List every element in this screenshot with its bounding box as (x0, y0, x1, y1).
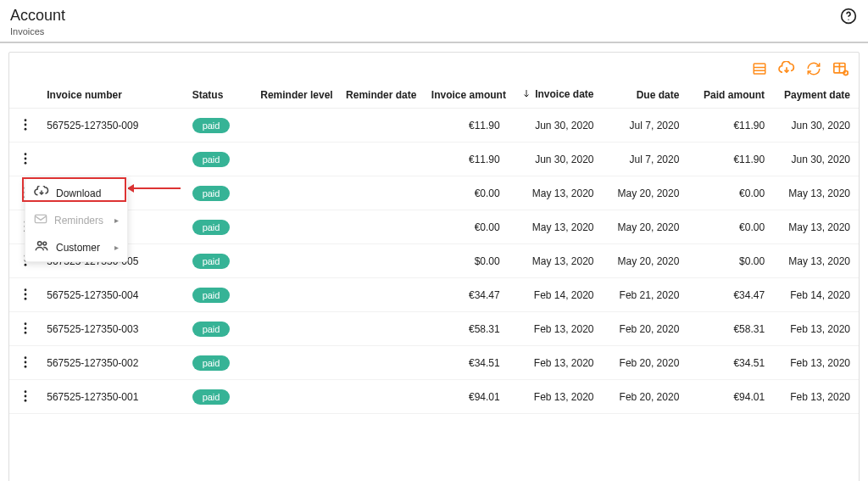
col-header-payment-date[interactable]: Payment date (773, 81, 859, 109)
cell-status: paid (184, 312, 253, 346)
toolbar (9, 53, 859, 81)
cell-invoice-date: May 13, 2020 (509, 244, 603, 278)
cell-invoice-amount: €11.90 (423, 109, 509, 143)
row-menu-icon[interactable] (18, 321, 33, 336)
page-title: Account (10, 7, 65, 25)
col-header-invoice-number[interactable]: Invoice number (38, 81, 183, 109)
svg-point-36 (25, 400, 27, 402)
svg-point-34 (25, 391, 27, 394)
status-badge: paid (192, 186, 231, 201)
ctx-item-customer[interactable]: Customer ▸ (25, 233, 127, 261)
row-menu-icon[interactable] (18, 151, 33, 166)
cell-invoice-number: 567525-127350-001 (38, 380, 183, 414)
cell-reminder-level (252, 380, 337, 414)
row-menu-icon[interactable] (18, 355, 33, 370)
svg-point-25 (25, 289, 27, 292)
breadcrumb: Invoices (10, 26, 65, 36)
cell-due-date: May 20, 2020 (603, 244, 688, 278)
ctx-item-label: Download (56, 187, 101, 199)
row-menu-icon[interactable] (18, 117, 33, 132)
cell-invoice-date: Jun 30, 2020 (509, 143, 603, 176)
table-row: paid€11.90Jun 30, 2020Jul 7, 2020€11.90J… (9, 143, 859, 176)
svg-rect-2 (754, 64, 765, 74)
cell-due-date: Feb 20, 2020 (603, 380, 688, 414)
cell-paid-amount: €0.00 (687, 210, 773, 244)
svg-point-30 (25, 332, 27, 334)
row-menu-icon[interactable] (18, 389, 33, 404)
cell-invoice-amount: €34.47 (423, 278, 509, 312)
mail-icon (34, 214, 47, 227)
help-icon[interactable] (839, 7, 858, 25)
chevron-right-icon: ▸ (114, 215, 119, 225)
cell-invoice-number: 567525-127350-004 (38, 278, 183, 312)
cell-reminder-date (337, 278, 423, 312)
status-badge: paid (192, 288, 231, 303)
ctx-item-reminders[interactable]: Reminders ▸ (25, 207, 127, 233)
cell-payment-date: Feb 13, 2020 (773, 380, 859, 414)
col-header-status[interactable]: Status (184, 81, 253, 109)
cell-reminder-level (252, 176, 337, 210)
cell-payment-date: Feb 13, 2020 (773, 346, 859, 380)
svg-point-31 (25, 357, 27, 360)
cell-paid-amount: €34.47 (687, 278, 773, 312)
cell-reminder-date (337, 244, 423, 278)
column-settings-icon[interactable] (832, 59, 850, 78)
status-badge: paid (192, 254, 231, 269)
ctx-item-label: Reminders (54, 215, 103, 227)
svg-point-24 (25, 264, 27, 266)
cell-invoice-number: 567525-127350-003 (38, 312, 183, 346)
cell-payment-date: May 13, 2020 (773, 244, 859, 278)
col-header-invoice-amount[interactable]: Invoice amount (423, 81, 509, 109)
cell-payment-date: Feb 13, 2020 (773, 312, 859, 346)
table-row: 567525-127350-003paid€58.31Feb 13, 2020F… (9, 312, 859, 346)
col-header-due-date[interactable]: Due date (603, 81, 688, 109)
col-header-paid-amount[interactable]: Paid amount (687, 81, 773, 109)
svg-point-28 (25, 323, 27, 326)
svg-point-33 (25, 366, 27, 368)
cell-paid-amount: €11.90 (687, 109, 773, 143)
table-row: 567525-127350-002paid€34.51Feb 13, 2020F… (9, 346, 859, 380)
svg-point-10 (25, 120, 27, 122)
cell-status: paid (184, 109, 253, 143)
list-view-icon[interactable] (750, 59, 769, 78)
cell-invoice-date: May 13, 2020 (509, 176, 603, 210)
cloud-download-icon (34, 186, 49, 200)
cell-status: paid (184, 176, 253, 210)
cell-due-date: Jul 7, 2020 (603, 109, 688, 143)
ctx-item-download[interactable]: Download (25, 179, 127, 207)
row-menu-icon[interactable] (18, 287, 33, 302)
refresh-icon[interactable] (804, 59, 823, 78)
status-badge: paid (192, 389, 231, 405)
status-badge: paid (192, 220, 231, 235)
cell-payment-date: Feb 14, 2020 (773, 278, 859, 312)
svg-point-13 (25, 154, 27, 156)
cell-paid-amount: $0.00 (687, 244, 773, 278)
cell-invoice-amount: $0.00 (423, 244, 509, 278)
annotation-arrow (128, 187, 181, 189)
svg-point-35 (25, 395, 27, 398)
col-header-invoice-date[interactable]: Invoice date (509, 81, 603, 109)
svg-point-12 (25, 128, 27, 131)
status-badge: paid (192, 322, 231, 337)
table-row: 567525-127350-004paid€34.47Feb 14, 2020F… (9, 278, 859, 312)
cell-reminder-level (252, 278, 337, 312)
svg-point-32 (25, 361, 27, 364)
col-header-reminder-date[interactable]: Reminder date (337, 81, 423, 109)
svg-point-40 (38, 242, 42, 246)
cell-payment-date: May 13, 2020 (773, 210, 859, 244)
invoices-table: Invoice number Status Reminder level Rem… (9, 81, 859, 414)
chevron-right-icon: ▸ (114, 243, 119, 252)
cell-invoice-amount: €0.00 (423, 176, 509, 210)
cell-reminder-level (252, 244, 337, 278)
cell-reminder-date (337, 312, 423, 346)
status-badge: paid (192, 355, 231, 371)
cell-paid-amount: €94.01 (687, 380, 773, 414)
cell-due-date: Feb 20, 2020 (603, 312, 688, 346)
svg-point-41 (43, 242, 47, 245)
table-row: 07paid€0.00May 13, 2020May 20, 2020€0.00… (9, 176, 859, 210)
cloud-download-icon[interactable] (777, 59, 796, 78)
svg-point-11 (25, 124, 27, 126)
svg-rect-39 (35, 215, 46, 222)
cell-invoice-amount: €94.01 (423, 380, 509, 414)
col-header-reminder-level[interactable]: Reminder level (252, 81, 337, 109)
